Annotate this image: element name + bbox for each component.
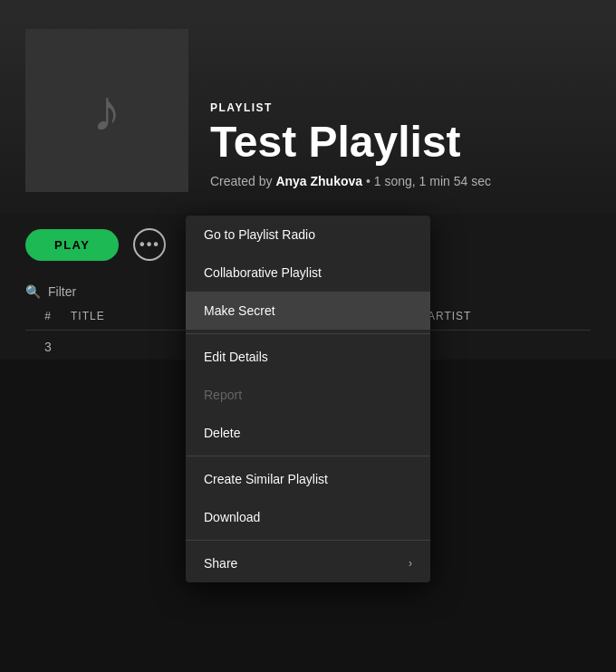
more-options-button[interactable]: •••	[133, 228, 166, 261]
menu-item-label: Report	[204, 388, 242, 402]
context-menu: Go to Playlist Radio Collaborative Playl…	[186, 216, 430, 582]
meta-text: • 1 song, 1 min 54 sec	[366, 174, 491, 188]
play-button[interactable]: PLAY	[25, 229, 119, 261]
col-artist-header: ARTIST	[428, 310, 591, 322]
chevron-right-icon: ›	[409, 557, 412, 570]
menu-item-collaborative-playlist[interactable]: Collaborative Playlist	[186, 254, 430, 292]
filter-placeholder: Filter	[48, 284, 76, 299]
search-icon: 🔍	[25, 284, 41, 299]
menu-divider-3	[186, 540, 430, 541]
album-art: ♪	[25, 29, 188, 192]
menu-item-label: Collaborative Playlist	[204, 265, 322, 280]
creator-name: Anya Zhukova	[275, 174, 362, 188]
menu-item-edit-details[interactable]: Edit Details	[186, 338, 430, 376]
menu-item-download[interactable]: Download	[186, 498, 430, 536]
menu-item-create-similar-playlist[interactable]: Create Similar Playlist	[186, 460, 430, 498]
created-by-text: Created by	[210, 174, 272, 188]
header-section: ♪ PLAYLIST Test Playlist Created by Anya…	[0, 0, 616, 214]
menu-item-share[interactable]: Share ›	[186, 544, 430, 582]
menu-item-report: Report	[186, 376, 430, 414]
col-num-header: #	[25, 310, 71, 322]
header-info: PLAYLIST Test Playlist Created by Anya Z…	[210, 101, 591, 192]
menu-item-label: Edit Details	[204, 350, 268, 364]
menu-item-go-to-playlist-radio[interactable]: Go to Playlist Radio	[186, 216, 430, 254]
music-note-icon: ♪	[92, 77, 121, 144]
menu-divider-1	[186, 333, 430, 334]
menu-item-delete[interactable]: Delete	[186, 414, 430, 452]
playlist-title: Test Playlist	[210, 120, 591, 165]
track-number: 3	[25, 340, 71, 354]
menu-item-label: Download	[204, 510, 260, 524]
menu-item-label: Create Similar Playlist	[204, 472, 328, 486]
menu-item-label: Go to Playlist Radio	[204, 227, 315, 242]
menu-item-label: Share	[204, 556, 237, 571]
menu-item-label: Delete	[204, 426, 240, 440]
menu-item-make-secret[interactable]: Make Secret	[186, 292, 430, 330]
playlist-meta: Created by Anya Zhukova • 1 song, 1 min …	[210, 174, 591, 188]
more-dots-icon: •••	[140, 237, 160, 252]
menu-divider-2	[186, 456, 430, 456]
playlist-label: PLAYLIST	[210, 101, 591, 114]
menu-item-label: Make Secret	[204, 303, 275, 318]
